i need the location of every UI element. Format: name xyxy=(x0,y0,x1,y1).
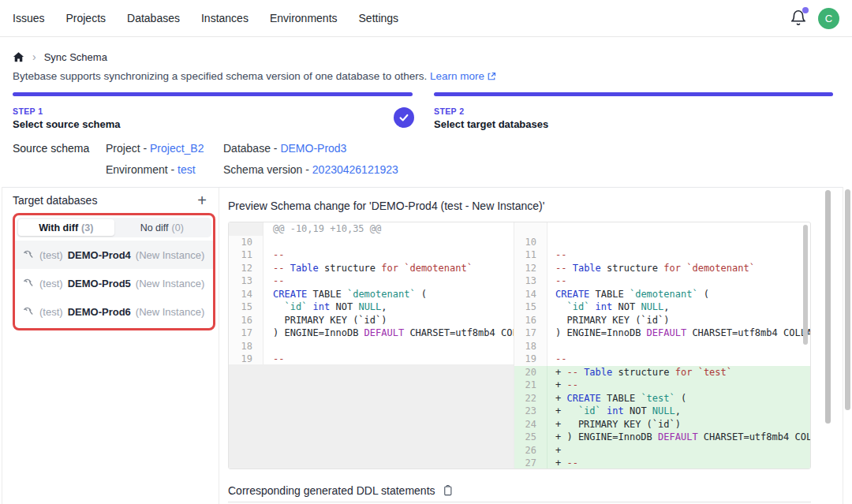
diff-line: 16 PRIMARY KEY (`id`) xyxy=(514,314,810,327)
mysql-dolphin-icon xyxy=(23,249,35,261)
source-field-link[interactable]: Project_B2 xyxy=(150,142,204,155)
target-database-item-demo-prod4[interactable]: (test)DEMO-Prod4(New Instance) xyxy=(15,241,213,269)
nav-item-issues[interactable]: Issues xyxy=(13,12,44,24)
diff-line: 23+ `id` int NOT NULL, xyxy=(514,405,810,418)
diff-line: 21+ -- xyxy=(514,379,810,392)
step1-label: STEP 1 xyxy=(13,106,43,116)
diff-line: 17) ENGINE=InnoDB DEFAULT CHARSET=utf8mb… xyxy=(514,327,810,340)
step2-label: STEP 2 xyxy=(434,106,464,116)
source-field: Schema version - 20230426121923 xyxy=(223,163,398,176)
diff-line: 20+ -- Table structure for `test` xyxy=(514,366,810,379)
source-field-link[interactable]: DEMO-Prod3 xyxy=(280,142,346,155)
step1-progress-bar xyxy=(13,92,413,96)
tab-no-diff[interactable]: No diff(0) xyxy=(114,219,211,236)
nav-item-environments[interactable]: Environments xyxy=(270,12,338,24)
diff-line: 18 xyxy=(229,340,514,353)
step2-title: Select target databases xyxy=(434,118,548,130)
nav-item-instances[interactable]: Instances xyxy=(201,12,248,24)
chevron-right-icon: › xyxy=(32,50,36,63)
diff-line: 25+ ) ENGINE=InnoDB DEFAULT CHARSET=utf8… xyxy=(514,431,810,444)
diff-line: 12-- Table structure for `demotenant` xyxy=(514,262,810,275)
diff-line: 24+ PRIMARY KEY (`id`) xyxy=(514,418,810,431)
nav-item-projects[interactable]: Projects xyxy=(65,12,106,24)
diff-scrollbar[interactable] xyxy=(803,225,808,345)
card-right-border xyxy=(843,187,843,504)
learn-more-link[interactable]: Learn more xyxy=(430,70,496,82)
diff-filter-tabs: With diff(3)No diff(0) xyxy=(17,218,211,237)
content-scrollbar[interactable] xyxy=(825,190,831,424)
add-target-database-button[interactable]: + xyxy=(194,194,210,207)
target-databases-title: Target databases xyxy=(13,194,97,207)
diff-line: 16 PRIMARY KEY (`id`) xyxy=(229,314,514,327)
target-databases-highlight-box: With diff(3)No diff(0) (test)DEMO-Prod4(… xyxy=(13,213,215,330)
source-field: Project - Project_B2 xyxy=(106,142,223,155)
diff-line: 17) ENGINE=InnoDB DEFAULT CHARSET=utf8mb… xyxy=(229,327,514,340)
card-top-border xyxy=(2,187,843,188)
nav-item-settings[interactable]: Settings xyxy=(359,12,399,24)
diff-line: 13-- xyxy=(229,274,514,288)
page-scrollbar[interactable] xyxy=(845,189,850,410)
notification-bell-button[interactable] xyxy=(790,9,807,27)
tab-with-diff[interactable]: With diff(3) xyxy=(18,219,114,236)
mysql-dolphin-icon xyxy=(23,278,35,289)
target-database-list: (test)DEMO-Prod4(New Instance) (test)DEM… xyxy=(15,241,213,326)
breadcrumb: › Sync Schema xyxy=(13,50,107,63)
diff-line: 22+ CREATE TABLE `test` ( xyxy=(514,392,810,405)
diff-line: 19-- xyxy=(514,353,810,366)
external-link-icon xyxy=(487,72,496,81)
diff-line: 26+ xyxy=(514,444,810,457)
source-field: Environment - test xyxy=(106,163,223,176)
diff-line: 10 xyxy=(229,236,514,249)
mysql-dolphin-icon xyxy=(23,306,35,318)
diff-line: 11-- xyxy=(514,248,810,262)
diff-line: 15 `id` int NOT NULL, xyxy=(229,301,514,314)
step1-complete-check-icon xyxy=(394,107,414,128)
diff-line: 11-- xyxy=(229,248,514,262)
top-navigation: IssuesProjectsDatabasesInstancesEnvironm… xyxy=(0,0,852,37)
diff-modified-pane: 1011--12-- Table structure for `demotena… xyxy=(514,222,810,469)
source-field: Database - DEMO-Prod3 xyxy=(223,142,398,155)
diff-line: 14CREATE TABLE `demotenant` ( xyxy=(514,288,810,301)
source-schema-fields: Project - Project_B2Database - DEMO-Prod… xyxy=(106,142,398,176)
copy-clipboard-icon[interactable] xyxy=(442,484,454,497)
step2-progress-bar xyxy=(434,92,833,96)
ddl-statements-title: Corresponding generated DDL statements xyxy=(228,484,435,497)
avatar[interactable]: C xyxy=(818,8,839,29)
source-field-link[interactable]: test xyxy=(178,163,196,176)
breadcrumb-current: Sync Schema xyxy=(44,51,107,63)
column-divider xyxy=(219,188,219,504)
preview-title: Preview Schema change for 'DEMO-Prod4 (t… xyxy=(228,200,544,212)
sync-schema-page: IssuesProjectsDatabasesInstancesEnvironm… xyxy=(0,0,852,504)
diff-line: @@ -10,19 +10,35 @@ xyxy=(229,222,514,236)
nav-item-databases[interactable]: Databases xyxy=(127,12,180,24)
nav-items: IssuesProjectsDatabasesInstancesEnvironm… xyxy=(13,12,398,24)
source-schema-label: Source schema xyxy=(13,142,89,155)
home-icon[interactable] xyxy=(13,51,24,63)
diff-line: 12-- Table structure for `demotenant` xyxy=(229,262,514,275)
diff-line: 10 xyxy=(514,236,810,249)
card-left-border xyxy=(2,187,2,504)
schema-diff-editor: @@ -10,19 +10,35 @@1011--12-- Table stru… xyxy=(228,222,811,469)
diff-line: 18 xyxy=(514,340,810,353)
intro-text: Bytebase supports synchronizing a specif… xyxy=(13,70,496,82)
target-database-item-demo-prod6[interactable]: (test)DEMO-Prod6(New Instance) xyxy=(15,297,213,326)
notification-dot xyxy=(802,7,809,13)
diff-line: 13-- xyxy=(514,274,810,288)
diff-line: 15 `id` int NOT NULL, xyxy=(514,301,810,314)
source-field-link[interactable]: 20230426121923 xyxy=(312,163,398,176)
diff-line xyxy=(514,222,810,236)
diff-line: 27+ -- xyxy=(514,457,810,469)
diff-alignment-filler xyxy=(229,364,514,469)
diff-line: 14CREATE TABLE `demotenant` ( xyxy=(229,288,514,301)
diff-original-pane: @@ -10,19 +10,35 @@1011--12-- Table stru… xyxy=(229,222,514,469)
target-database-item-demo-prod5[interactable]: (test)DEMO-Prod5(New Instance) xyxy=(15,269,213,297)
step1-title: Select source schema xyxy=(13,118,121,130)
